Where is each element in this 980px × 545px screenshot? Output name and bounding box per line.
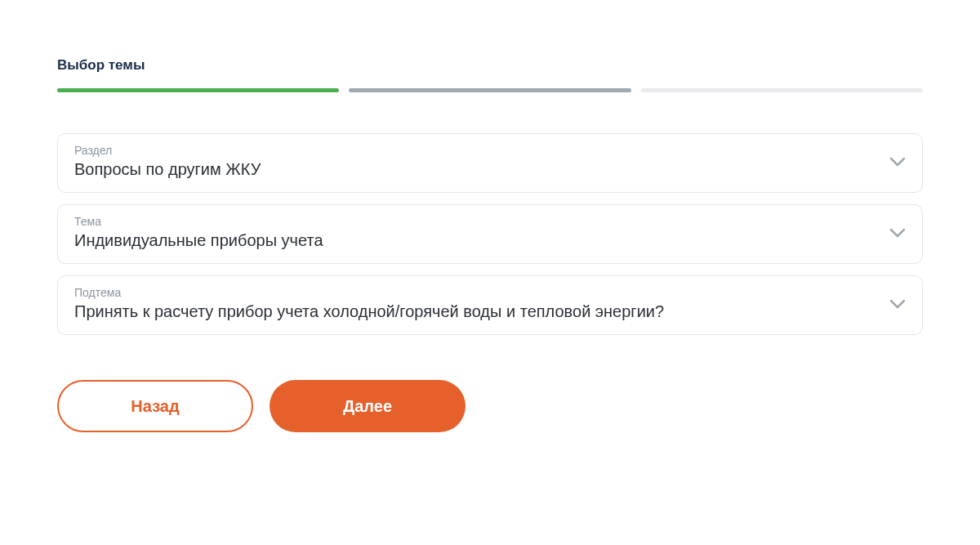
section-dropdown[interactable]: Раздел Вопросы по другим ЖКУ	[57, 133, 923, 193]
button-row: Назад Далее	[57, 380, 923, 432]
chevron-down-icon	[889, 297, 906, 312]
subtopic-label: Подтема	[74, 286, 664, 299]
step-title: Выбор темы	[57, 57, 923, 74]
dropdown-group: Раздел Вопросы по другим ЖКУ Тема Индиви…	[57, 133, 923, 335]
back-button[interactable]: Назад	[57, 380, 253, 432]
form-container: Выбор темы Раздел Вопросы по другим ЖКУ …	[57, 57, 923, 432]
subtopic-value: Принять к расчету прибор учета холодной/…	[74, 301, 664, 323]
topic-dropdown-content: Тема Индивидуальные приборы учета	[74, 215, 323, 252]
subtopic-dropdown[interactable]: Подтема Принять к расчету прибор учета х…	[57, 275, 923, 335]
progress-bar	[57, 88, 923, 92]
progress-segment-3	[641, 88, 923, 92]
next-button[interactable]: Далее	[270, 380, 466, 432]
chevron-down-icon	[889, 155, 906, 170]
section-dropdown-content: Раздел Вопросы по другим ЖКУ	[74, 144, 261, 181]
topic-value: Индивидуальные приборы учета	[74, 230, 323, 252]
progress-segment-1	[57, 88, 339, 92]
section-label: Раздел	[74, 144, 261, 157]
section-value: Вопросы по другим ЖКУ	[74, 159, 261, 181]
subtopic-dropdown-content: Подтема Принять к расчету прибор учета х…	[74, 286, 664, 323]
chevron-down-icon	[889, 226, 906, 241]
topic-dropdown[interactable]: Тема Индивидуальные приборы учета	[57, 204, 923, 264]
progress-segment-2	[349, 88, 630, 92]
topic-label: Тема	[74, 215, 323, 228]
